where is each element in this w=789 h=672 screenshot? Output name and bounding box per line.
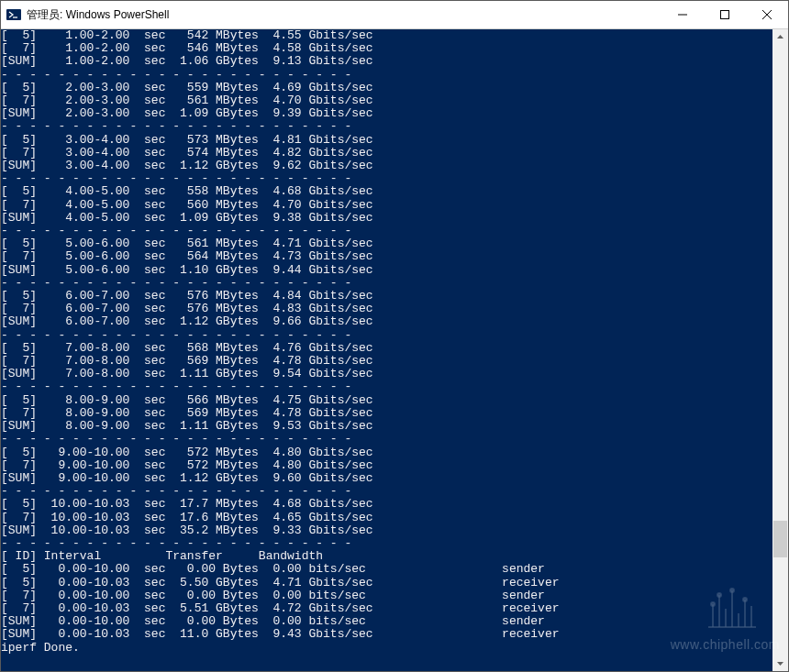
powershell-window: 管理员: Windows PowerShell [ 5] 1.00-2.00 s… [0, 0, 789, 672]
terminal-line: [ 5] 0.00-10.00 sec 0.00 Bytes 0.00 bits… [1, 563, 772, 576]
svg-rect-1 [721, 11, 729, 19]
terminal-line: - - - - - - - - - - - - - - - - - - - - … [1, 69, 772, 82]
terminal-line: [ 7] 3.00-4.00 sec 574 MBytes 4.82 Gbits… [1, 147, 772, 160]
terminal-line: [SUM] 2.00-3.00 sec 1.09 GBytes 9.39 Gbi… [1, 107, 772, 120]
terminal-line: [ 7] 8.00-9.00 sec 569 MBytes 4.78 Gbits… [1, 407, 772, 420]
terminal-line: [ 7] 2.00-3.00 sec 561 MBytes 4.70 Gbits… [1, 94, 772, 107]
terminal-line: [ 5] 10.00-10.03 sec 17.7 MBytes 4.68 Gb… [1, 498, 772, 511]
terminal-line: [ 7] 7.00-8.00 sec 569 MBytes 4.78 Gbits… [1, 355, 772, 368]
terminal-line: - - - - - - - - - - - - - - - - - - - - … [1, 537, 772, 550]
terminal-line: - - - - - - - - - - - - - - - - - - - - … [1, 485, 772, 498]
terminal-line: [ 5] 9.00-10.00 sec 572 MBytes 4.80 Gbit… [1, 446, 772, 459]
terminal-line: [ 7] 5.00-6.00 sec 564 MBytes 4.73 Gbits… [1, 250, 772, 263]
terminal-line: [ 7] 0.00-10.03 sec 5.51 GBytes 4.72 Gbi… [1, 602, 772, 615]
terminal-line: [ 5] 7.00-8.00 sec 568 MBytes 4.76 Gbits… [1, 342, 772, 355]
terminal-line: [SUM] 5.00-6.00 sec 1.10 GBytes 9.44 Gbi… [1, 264, 772, 277]
terminal-line: [SUM] 10.00-10.03 sec 35.2 MBytes 9.33 G… [1, 524, 772, 537]
terminal-line: [ 7] 9.00-10.00 sec 572 MBytes 4.80 Gbit… [1, 459, 772, 472]
terminal-line: [ 5] 3.00-4.00 sec 573 MBytes 4.81 Gbits… [1, 134, 772, 147]
terminal-line: [ 7] 1.00-2.00 sec 546 MBytes 4.58 Gbits… [1, 42, 772, 55]
terminal-line: - - - - - - - - - - - - - - - - - - - - … [1, 277, 772, 290]
terminal-line: iperf Done. [1, 642, 772, 655]
terminal-line: [ 7] 6.00-7.00 sec 576 MBytes 4.83 Gbits… [1, 303, 772, 315]
terminal-line: [SUM] 1.00-2.00 sec 1.06 GBytes 9.13 Gbi… [1, 55, 772, 68]
terminal-line: [SUM] 8.00-9.00 sec 1.11 GBytes 9.53 Gbi… [1, 420, 772, 433]
terminal-line: - - - - - - - - - - - - - - - - - - - - … [1, 433, 772, 446]
terminal-line: [ 5] 1.00-2.00 sec 542 MBytes 4.55 Gbits… [1, 29, 772, 42]
terminal-line: [ 7] 4.00-5.00 sec 560 MBytes 4.70 Gbits… [1, 199, 772, 212]
terminal-line: [ 5] 4.00-5.00 sec 558 MBytes 4.68 Gbits… [1, 185, 772, 198]
scroll-down-button[interactable] [772, 655, 788, 671]
terminal-line: [ 7] 10.00-10.03 sec 17.6 MBytes 4.65 Gb… [1, 512, 772, 524]
close-button[interactable] [746, 1, 788, 28]
terminal-line: [ 5] 2.00-3.00 sec 559 MBytes 4.69 Gbits… [1, 82, 772, 94]
terminal-line: [SUM] 9.00-10.00 sec 1.12 GBytes 9.60 Gb… [1, 472, 772, 485]
terminal-line: - - - - - - - - - - - - - - - - - - - - … [1, 380, 772, 393]
terminal-line: - - - - - - - - - - - - - - - - - - - - … [1, 172, 772, 185]
terminal-line: [ 5] 0.00-10.03 sec 5.50 GBytes 4.71 Gbi… [1, 577, 772, 589]
terminal-line: [SUM] 0.00-10.00 sec 0.00 Bytes 0.00 bit… [1, 615, 772, 628]
content-area: [ 5] 1.00-2.00 sec 542 MBytes 4.55 Gbits… [1, 29, 788, 671]
scroll-thumb[interactable] [773, 521, 787, 557]
terminal-line: [ ID] Interval Transfer Bandwidth [1, 550, 772, 563]
terminal-output[interactable]: [ 5] 1.00-2.00 sec 542 MBytes 4.55 Gbits… [1, 29, 772, 671]
window-title: 管理员: Windows PowerShell [27, 7, 661, 23]
terminal-line: [ 5] 6.00-7.00 sec 576 MBytes 4.84 Gbits… [1, 290, 772, 303]
terminal-line: [SUM] 3.00-4.00 sec 1.12 GBytes 9.62 Gbi… [1, 160, 772, 172]
minimize-button[interactable] [661, 1, 704, 28]
terminal-line: [ 7] 0.00-10.00 sec 0.00 Bytes 0.00 bits… [1, 589, 772, 602]
terminal-line: [SUM] 0.00-10.03 sec 11.0 GBytes 9.43 Gb… [1, 628, 772, 641]
terminal-line: [SUM] 4.00-5.00 sec 1.09 GBytes 9.38 Gbi… [1, 212, 772, 225]
terminal-line: - - - - - - - - - - - - - - - - - - - - … [1, 329, 772, 342]
titlebar[interactable]: 管理员: Windows PowerShell [1, 1, 788, 29]
powershell-icon [6, 7, 21, 22]
maximize-button[interactable] [704, 1, 746, 28]
terminal-line: [ 5] 5.00-6.00 sec 561 MBytes 4.71 Gbits… [1, 237, 772, 250]
terminal-line: - - - - - - - - - - - - - - - - - - - - … [1, 225, 772, 237]
terminal-line: - - - - - - - - - - - - - - - - - - - - … [1, 120, 772, 133]
scroll-up-button[interactable] [772, 29, 788, 45]
vertical-scrollbar[interactable] [772, 29, 788, 671]
scroll-track[interactable] [772, 45, 788, 655]
window-controls [661, 1, 788, 28]
terminal-line: [ 5] 8.00-9.00 sec 566 MBytes 4.75 Gbits… [1, 394, 772, 407]
terminal-line: [SUM] 7.00-8.00 sec 1.11 GBytes 9.54 Gbi… [1, 368, 772, 380]
terminal-line: [SUM] 6.00-7.00 sec 1.12 GBytes 9.66 Gbi… [1, 315, 772, 328]
